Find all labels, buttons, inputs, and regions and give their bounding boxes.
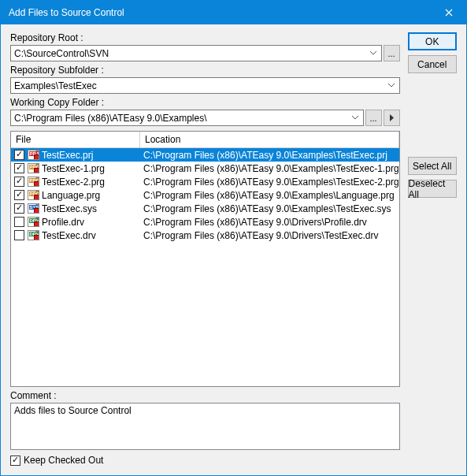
row-checkbox[interactable] [14,217,24,227]
file-location: C:\Program Files (x86)\ATEasy 9.0\Driver… [140,230,399,241]
cancel-button[interactable]: Cancel [408,55,457,73]
column-location[interactable]: Location [140,132,399,147]
row-checkbox[interactable] [14,177,24,187]
working-label: Working Copy Folder : [10,97,400,108]
file-icon: PRG [27,177,39,188]
row-checkbox[interactable] [14,190,24,200]
file-icon: PRJ [27,150,39,161]
file-icon: SYS [27,203,39,214]
file-icon: PRG [27,190,39,201]
keep-checked-out-checkbox[interactable] [10,456,20,466]
working-browse-button[interactable]: ... [365,110,382,126]
row-checkbox[interactable] [14,150,24,160]
file-name: Profile.drv [42,217,84,228]
deselect-all-button[interactable]: Deselect All [408,180,457,198]
arrow-right-icon [389,114,395,121]
file-name: TestExec.sys [42,203,97,214]
working-value: C:\Program Files (x86)\ATEasy 9.0\Exampl… [14,113,350,124]
file-icon: PRG [27,163,39,174]
row-checkbox[interactable] [14,163,24,173]
file-list: File Location PRJTestExec.prjC:\Program … [10,131,400,387]
comment-label: Comment : [10,390,400,401]
chevron-down-icon[interactable] [368,46,380,60]
chevron-down-icon[interactable] [386,79,398,92]
close-icon [445,9,453,17]
file-name: TestExec.drv [42,230,96,241]
file-location: C:\Program Files (x86)\ATEasy 9.0\Exampl… [140,163,399,174]
dialog-window: Add Files to Source Control Repository R… [0,0,467,476]
working-combo[interactable]: C:\Program Files (x86)\ATEasy 9.0\Exampl… [10,110,364,126]
file-location: C:\Program Files (x86)\ATEasy 9.0\Exampl… [140,150,399,161]
keep-checked-out-label: Keep Checked Out [24,455,103,466]
file-rows: PRJTestExec.prjC:\Program Files (x86)\AT… [11,148,399,386]
repo-sub-label: Repository Subfolder : [10,65,400,76]
repo-sub-combo[interactable]: Examples\TestExec [10,77,400,94]
repo-root-label: Repository Root : [10,32,400,43]
file-location: C:\Program Files (x86)\ATEasy 9.0\Exampl… [140,203,399,214]
file-icon: DRV [27,230,39,241]
working-go-button[interactable] [384,110,400,126]
file-location: C:\Program Files (x86)\ATEasy 9.0\Exampl… [140,190,399,201]
title-bar: Add Files to Source Control [1,1,466,24]
table-row[interactable]: SYSTestExec.sysC:\Program Files (x86)\AT… [11,202,399,215]
table-row[interactable]: DRVTestExec.drvC:\Program Files (x86)\AT… [11,229,399,242]
table-row[interactable]: DRVProfile.drvC:\Program Files (x86)\ATE… [11,215,399,229]
table-row[interactable]: PRGTestExec-2.prgC:\Program Files (x86)\… [11,175,399,188]
table-row[interactable]: PRGTestExec-1.prgC:\Program Files (x86)\… [11,162,399,175]
repo-root-value: C:\SourceControl\SVN [14,48,368,59]
table-row[interactable]: PRGLanguage.prgC:\Program Files (x86)\AT… [11,188,399,202]
ok-button[interactable]: OK [408,32,457,50]
close-button[interactable] [431,1,466,24]
chevron-down-icon[interactable] [350,111,361,125]
file-location: C:\Program Files (x86)\ATEasy 9.0\Driver… [140,217,399,228]
file-name: TestExec.prj [42,150,93,161]
file-name: TestExec-2.prg [42,177,105,188]
repo-root-combo[interactable]: C:\SourceControl\SVN [10,45,382,61]
table-row[interactable]: PRJTestExec.prjC:\Program Files (x86)\AT… [11,148,399,162]
column-file[interactable]: File [11,132,140,147]
window-title: Add Files to Source Control [9,7,431,18]
file-name: Language.prg [42,190,100,201]
repo-root-browse-button[interactable]: ... [384,45,400,61]
row-checkbox[interactable] [14,203,24,214]
repo-sub-value: Examples\TestExec [14,80,386,91]
row-checkbox[interactable] [14,230,24,240]
file-location: C:\Program Files (x86)\ATEasy 9.0\Exampl… [140,177,399,188]
comment-input[interactable] [10,403,400,450]
column-headers: File Location [11,132,399,148]
file-icon: DRV [27,217,39,228]
file-name: TestExec-1.prg [42,163,105,174]
select-all-button[interactable]: Select All [408,157,457,175]
